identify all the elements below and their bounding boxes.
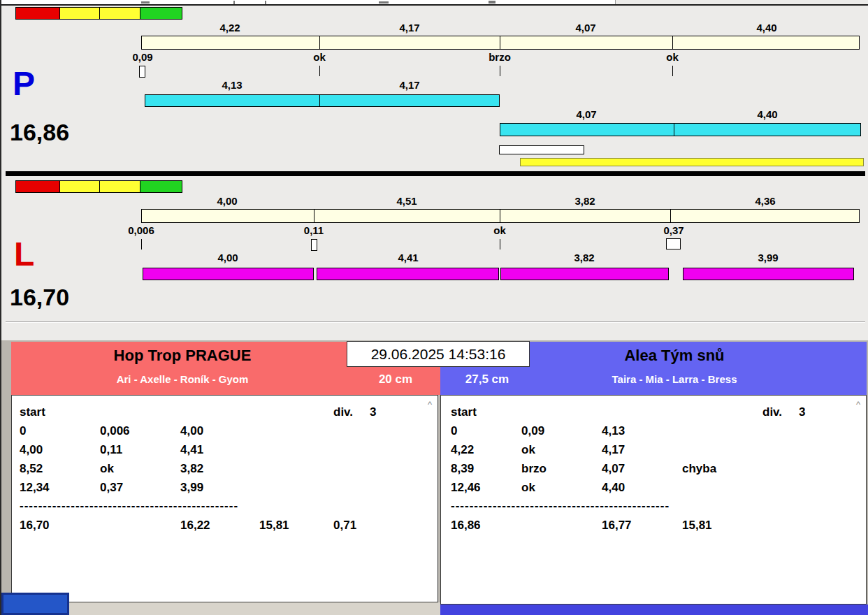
summary-value: 15,81 xyxy=(682,519,712,533)
split-time-label: 4,22 xyxy=(198,22,261,34)
dog-run-bar-p xyxy=(145,94,500,107)
split-time-label: 4,40 xyxy=(735,22,798,34)
result-cell: 4,40 xyxy=(602,481,625,495)
result-cell: 8,52 xyxy=(20,462,43,476)
scale-divider xyxy=(500,210,500,222)
run-bar-divider xyxy=(674,124,674,136)
menu-text-fragment xyxy=(233,1,235,4)
scale-divider xyxy=(670,210,671,222)
result-cell: 3,82 xyxy=(180,462,203,476)
run-time-label: 4,00 xyxy=(196,252,259,264)
jump-height: 20 cm xyxy=(354,372,437,386)
result-cell: 0,006 xyxy=(100,424,130,438)
result-cell: 12,46 xyxy=(451,481,481,495)
lane-p-total-time: 16,86 xyxy=(10,120,69,144)
summary-value: 16,86 xyxy=(451,519,481,533)
taskbar-button[interactable] xyxy=(1,593,69,615)
result-cell: 3,99 xyxy=(180,481,203,495)
yellow-progress-bar xyxy=(520,158,864,166)
division-value: 3 xyxy=(799,405,805,419)
start-light-red-icon xyxy=(15,180,60,193)
team-members: Taira - Mia - Larra - Bress xyxy=(482,373,867,385)
fault-marker-box xyxy=(139,66,145,78)
scroll-up-icon[interactable]: ^ xyxy=(856,400,860,409)
result-cell: 4,17 xyxy=(602,443,625,457)
start-light-green-icon xyxy=(140,7,182,20)
change-mark-label: ok xyxy=(641,52,704,64)
start-lights-p xyxy=(15,7,182,20)
summary-value: 15,81 xyxy=(259,519,289,533)
bottom-right-strip xyxy=(440,605,868,615)
division-label: div. xyxy=(762,405,782,419)
lane-divider xyxy=(6,171,865,176)
menu-text-fragment xyxy=(265,1,266,4)
run-time-label: 4,17 xyxy=(378,80,441,92)
split-time-label: 4,36 xyxy=(734,196,797,208)
section-separator xyxy=(6,321,865,323)
run-time-label: 4,07 xyxy=(555,109,618,121)
tick-mark xyxy=(500,66,500,76)
start-light-green-icon xyxy=(140,180,182,193)
lane-l-total-time: 16,70 xyxy=(10,285,69,309)
result-cell: 0 xyxy=(20,424,26,438)
dog-run-bar-l xyxy=(683,268,854,280)
run-time-label: 4,41 xyxy=(377,252,440,264)
change-mark-label: 0,006 xyxy=(110,225,173,237)
scale-divider xyxy=(319,36,320,49)
highlight-box xyxy=(499,145,584,154)
time-scale-bar-l xyxy=(141,209,860,223)
result-cell: 0,11 xyxy=(100,443,122,457)
start-light-yellow-icon xyxy=(100,180,140,193)
run-bar-divider xyxy=(319,95,320,106)
dog-run-bar-l xyxy=(317,268,499,280)
result-cell: 4,13 xyxy=(602,424,625,438)
division-value: 3 xyxy=(370,405,376,419)
summary-value: 0,71 xyxy=(333,519,356,533)
time-scale-bar-p xyxy=(141,36,860,50)
menu-text-fragment xyxy=(489,1,496,3)
menu-strip-end xyxy=(615,0,868,4)
result-cell: 4,41 xyxy=(180,443,203,457)
fault-marker-box xyxy=(311,239,317,251)
result-cell: 12,34 xyxy=(20,481,50,495)
team-members: Ari - Axelle - Roník - Gyom xyxy=(11,373,354,385)
lane-l-letter: L xyxy=(14,238,34,271)
result-cell: 0,09 xyxy=(521,424,544,438)
separator-dashes: ----------------------------------------… xyxy=(20,499,238,513)
start-light-yellow-icon xyxy=(60,180,100,193)
result-cell: ok xyxy=(100,462,114,476)
split-time-label: 4,00 xyxy=(196,196,259,208)
summary-value: 16,70 xyxy=(20,519,50,533)
right-team-results: start div. 3 ^ 0 0,09 4,13 4,22 ok 4,17 … xyxy=(440,395,867,605)
fault-cell: chyba xyxy=(682,462,716,476)
scroll-up-icon[interactable]: ^ xyxy=(428,400,432,409)
change-mark-label: 0,11 xyxy=(282,225,345,237)
split-time-label: 3,82 xyxy=(554,196,616,208)
division-label: div. xyxy=(333,405,353,419)
dog-run-bar-l xyxy=(143,268,314,280)
result-cell: ok xyxy=(521,481,535,495)
start-light-red-icon xyxy=(15,7,60,20)
team-name: Hop Trop PRAGUE xyxy=(11,347,354,365)
start-light-yellow-icon xyxy=(60,7,100,20)
start-label: start xyxy=(20,405,45,419)
dog-run-bar-l xyxy=(500,268,669,280)
change-mark-label: 0,37 xyxy=(642,225,705,237)
result-cell: 0 xyxy=(451,424,457,438)
summary-value: 16,22 xyxy=(180,519,210,533)
run-time-label: 3,99 xyxy=(737,252,800,264)
menu-text-fragment xyxy=(379,1,389,3)
start-light-yellow-icon xyxy=(100,7,140,20)
timestamp-box: 29.06.2025 14:53:16 xyxy=(347,341,530,367)
result-cell: brzo xyxy=(521,462,547,476)
start-lights-l xyxy=(15,180,182,193)
run-time-label: 4,40 xyxy=(736,109,799,121)
scale-divider xyxy=(672,36,673,49)
run-time-label: 3,82 xyxy=(553,252,616,264)
start-label: start xyxy=(451,405,477,419)
menu-text-fragment xyxy=(141,1,150,3)
result-cell: 8,39 xyxy=(451,462,474,476)
change-mark-label: 0,09 xyxy=(111,52,174,64)
tick-mark xyxy=(141,239,142,249)
separator-dashes: ----------------------------------------… xyxy=(451,499,670,513)
